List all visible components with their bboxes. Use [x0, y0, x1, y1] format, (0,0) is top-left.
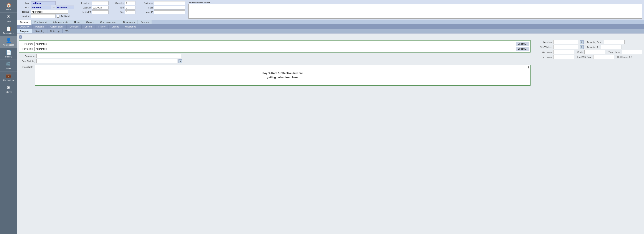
sidebar-item-training[interactable]: 📄Training: [0, 48, 17, 60]
tab-certifications[interactable]: Certifications: [48, 25, 67, 29]
term-input[interactable]: [125, 6, 136, 9]
tab-classes[interactable]: Classes: [83, 20, 97, 24]
sidebar-item-settings[interactable]: ⚙Settings: [0, 83, 17, 95]
sidebar-label-applications: Applications: [3, 32, 14, 34]
sidebar-label-sales: Sales: [6, 67, 11, 70]
sidebar-item-sales[interactable]: 🛒Sales: [0, 60, 17, 72]
contractor-label: Contractor: [139, 2, 153, 4]
header-left: Last First M Program Location: [19, 1, 74, 19]
sidebar-item-home[interactable]: 🏠Home: [0, 1, 17, 13]
city-worker-edit-button[interactable]: ✎: [580, 45, 584, 49]
prev-training-label: Prev Training: [19, 60, 35, 62]
tab-correspondence[interactable]: Correspondence: [97, 20, 120, 24]
program-input[interactable]: [31, 10, 68, 14]
total-hours-input[interactable]: [622, 50, 642, 54]
program-ps-input[interactable]: [34, 42, 514, 46]
tab-personal[interactable]: Personal: [32, 25, 48, 29]
location-input[interactable]: [31, 14, 56, 18]
contractor-input[interactable]: [154, 1, 185, 5]
sidebar-item-contractors[interactable]: 💼Contractors: [0, 72, 17, 83]
tab-web[interactable]: Web: [62, 29, 73, 33]
tab-history[interactable]: History: [96, 25, 108, 29]
tab-hours[interactable]: Hours: [71, 20, 83, 24]
contractors-icon: 💼: [6, 73, 12, 79]
sales-icon: 🛒: [6, 61, 12, 67]
last-name-input[interactable]: [31, 1, 56, 5]
appr-id-input[interactable]: [154, 10, 185, 14]
location-edit-button[interactable]: ✎: [580, 40, 584, 44]
sidebar-label-apprentices: Apprentices: [3, 44, 14, 46]
last-label: Last: [19, 2, 30, 4]
sidebar-label-contractors: Contractors: [3, 79, 14, 81]
tab-groups[interactable]: Groups: [108, 25, 122, 29]
tab-licenses[interactable]: Licenses: [67, 25, 82, 29]
hot-hours-value: 0.0: [629, 56, 632, 58]
sidebar-item-applications[interactable]: 📋Applications: [0, 24, 17, 36]
code-input[interactable]: [584, 50, 605, 54]
location-right-input[interactable]: [553, 40, 578, 44]
tab-standing[interactable]: Standing: [32, 29, 47, 33]
last-wr-date-input[interactable]: [593, 55, 614, 59]
tab-program[interactable]: Program: [17, 29, 32, 33]
content-area: ? Program Specify... Pay Scale: [17, 33, 644, 234]
hm-union-label: Hm Union: [533, 56, 552, 58]
tabs-row1: General Employment Advancements Hours Cl…: [17, 20, 644, 25]
wk-union-input[interactable]: [553, 50, 574, 54]
tab-note-log[interactable]: Note Log: [48, 29, 63, 33]
tab-advancements[interactable]: Advancements: [50, 20, 71, 24]
advancement-notes-title: Advancement Notes: [188, 1, 642, 4]
sidebar-item-users[interactable]: ✉Users: [0, 13, 17, 24]
tab-general[interactable]: General: [17, 20, 32, 25]
class-hrs-input[interactable]: [125, 1, 136, 5]
help-icon[interactable]: ?: [19, 35, 22, 39]
tab-employment[interactable]: Employment: [32, 20, 50, 24]
archived-checkbox[interactable]: [57, 15, 60, 17]
quick-note-label: Quick Note: [19, 65, 33, 86]
tab-reports[interactable]: Reports: [138, 20, 152, 24]
quick-note-area[interactable]: ⬆ Pay % Rate & Effective date aregetting…: [35, 65, 530, 86]
sidebar-item-apprentices[interactable]: 👤Apprentices: [0, 36, 17, 48]
header-middle: Indentured Last Adv. Last MPR: [78, 1, 108, 19]
pay-scale-input[interactable]: [34, 47, 514, 51]
indentured-label: Indentured: [78, 2, 91, 4]
program-section: Program Specify... Pay Scale Specify...: [19, 40, 530, 52]
advancement-notes-area[interactable]: [188, 4, 642, 19]
pay-scale-specify-button[interactable]: Specify...: [516, 47, 529, 51]
prev-training-input[interactable]: [36, 59, 177, 63]
indentured-input[interactable]: [92, 1, 108, 5]
tab-documents[interactable]: Documents: [120, 20, 138, 24]
traveling-to-input[interactable]: [601, 45, 622, 49]
main-content: Last First M Program Location: [17, 0, 644, 234]
advancement-notes-section: Advancement Notes: [188, 1, 642, 19]
top-bar: Last First M Program Location: [17, 0, 644, 20]
last-adv-input[interactable]: [92, 6, 108, 9]
city-worker-input[interactable]: [553, 45, 578, 49]
appr-id-label: Appr ID: [139, 11, 153, 13]
program-specify-button[interactable]: Specify...: [516, 42, 529, 46]
middle-initial: M: [52, 6, 54, 9]
hm-union-input[interactable]: [553, 55, 574, 59]
contractor-field-input[interactable]: [36, 54, 182, 58]
location-label: Location: [19, 15, 30, 17]
class-input[interactable]: [154, 6, 185, 9]
apprentices-icon: 👤: [6, 38, 12, 43]
last-adv-label: Last Adv.: [78, 7, 91, 9]
program-label: Program: [19, 10, 30, 13]
applications-icon: 📋: [6, 26, 12, 31]
tab-milestones[interactable]: Milestones: [122, 25, 139, 29]
last-mpr-input[interactable]: [92, 10, 108, 14]
traveling-from-input[interactable]: [604, 40, 624, 44]
middle-name-input[interactable]: [56, 5, 74, 9]
tab-overview[interactable]: Overview: [17, 25, 32, 29]
prev-training-edit-button[interactable]: ✎: [178, 59, 182, 63]
home-icon: 🏠: [6, 2, 12, 8]
tab-custom[interactable]: Custom: [82, 25, 96, 29]
city-worker-label: City Worker: [533, 46, 552, 48]
hot-hours-label: Hot Hours: [617, 56, 628, 58]
first-name-input[interactable]: [31, 5, 51, 9]
year-input[interactable]: [125, 10, 136, 14]
wk-union-row: Wk Union Code Total Hours: [533, 50, 642, 54]
sidebar: 🏠Home✉Users📋Applications👤Apprentices📄Tra…: [0, 0, 17, 234]
quick-note-message: Pay % Rate & Effective date aregetting p…: [37, 71, 528, 79]
last-mpr-label: Last MPR: [78, 11, 91, 13]
